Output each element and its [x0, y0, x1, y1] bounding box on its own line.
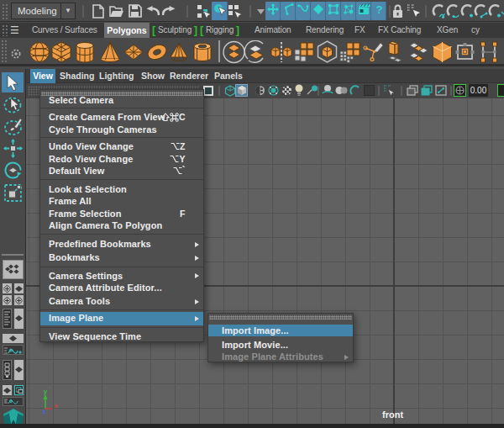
svg-text:z: z [43, 408, 46, 415]
svg-text:x: x [55, 402, 59, 410]
svg-text:y: y [44, 388, 48, 395]
svg-text:?: ? [375, 3, 382, 16]
